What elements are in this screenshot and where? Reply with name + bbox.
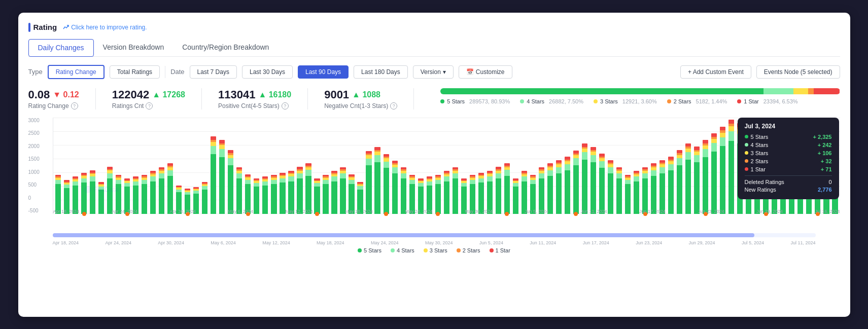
y-label: -500 [28, 208, 51, 213]
tab-version-breakdown[interactable]: Version Breakdown [94, 39, 173, 56]
chart-legend-item: 3 Stars [424, 247, 447, 253]
bar-segment [720, 133, 725, 137]
info-icon-cnt[interactable]: ? [146, 102, 153, 109]
filter-row: Type Rating Change Total Ratings Date La… [28, 65, 840, 79]
scroll-date: May 12, 2024 [262, 240, 290, 245]
x-label: May 24, 2024 [405, 209, 433, 214]
last-180-days-btn[interactable]: Last 180 Days [354, 65, 408, 79]
bar-segment [90, 176, 95, 181]
total-ratings-btn[interactable]: Total Ratings [110, 65, 160, 79]
tooltip-divider [745, 175, 832, 176]
tooltip-deleted: Deleted Ratings 0 [745, 179, 832, 185]
y-label: 1000 [28, 169, 51, 175]
info-icon-rating[interactable]: ? [71, 102, 78, 109]
x-label: Jun 29, 2024 [756, 209, 783, 214]
bar-segment [254, 183, 259, 187]
add-custom-event-btn[interactable]: + Add Custom Event [680, 65, 751, 79]
bar-segment [478, 178, 484, 183]
metric-value-pos: 113041 ▲ 16180 [218, 88, 291, 101]
right-actions: + Add Custom Event Events Node (5 select… [680, 65, 840, 79]
tooltip-row: 4 Stars+ 242 [745, 142, 832, 148]
tab-daily-changes[interactable]: Daily Changes [28, 39, 94, 57]
star-dot [737, 99, 741, 103]
bar-segment [323, 180, 328, 184]
chart-y-labels: 300025002000150010005000-500 [28, 118, 51, 214]
bar-segment [703, 140, 708, 143]
bar-segment [453, 173, 458, 178]
bar-segment [418, 183, 424, 187]
x-label: Jul 16, 2024 [815, 209, 840, 214]
bar-segment [150, 176, 156, 181]
bar-segment [677, 155, 682, 159]
bar-segment [133, 181, 138, 185]
tooltip-row: 5 Stars+ 2,325 [745, 134, 832, 140]
bar-segment [142, 180, 147, 184]
main-container: Rating Click here to improve rating. Dai… [18, 13, 850, 317]
rating-change-btn[interactable]: Rating Change [48, 65, 105, 79]
tab-country-breakdown[interactable]: Country/Region Breakdown [173, 39, 278, 56]
bar-segment [565, 164, 570, 170]
star-bar-segment-4-Stars [763, 88, 793, 94]
metric-positive-cnt: 113041 ▲ 16180 Positive Cnt(4-5 Stars) ? [218, 88, 308, 109]
bar-segment [591, 155, 596, 162]
bar-segment [728, 120, 734, 124]
chart-scroll-dates: Apr 18, 2024Apr 24, 2024Apr 30, 2024May … [28, 240, 840, 245]
bar-segment [642, 173, 648, 178]
bar-segment [539, 173, 544, 178]
bar-segment [219, 140, 225, 143]
calendar-icon: 📅 [466, 68, 474, 76]
bar-segment [625, 180, 631, 184]
bar-segment [288, 176, 294, 181]
bar-segment [711, 139, 717, 143]
star-breakdown: 5 Stars289573, 80.93%4 Stars26882, 7.50%… [430, 88, 840, 104]
bar-segment [219, 149, 225, 157]
bar-segment [116, 180, 121, 184]
bar-segment [616, 173, 622, 178]
last-90-days-btn[interactable]: Last 90 Days [298, 65, 349, 79]
scroll-date: May 24, 2024 [371, 240, 399, 245]
bar-segment [694, 152, 700, 155]
bar-segment [487, 176, 493, 181]
type-label: Type [28, 68, 43, 76]
y-label: 3000 [28, 118, 51, 123]
bar-segment [159, 173, 164, 178]
improve-rating-link[interactable]: Click here to improve rating. [63, 24, 147, 31]
bar-segment [211, 136, 216, 140]
bar-segment [297, 173, 302, 178]
metric-label-rating: Rating Change ? [28, 102, 79, 109]
x-label: May 12, 2024 [285, 209, 313, 214]
bar-segment [280, 178, 285, 183]
last-7-days-btn[interactable]: Last 7 Days [190, 65, 237, 79]
info-icon-neg[interactable]: ? [390, 102, 397, 109]
events-node-btn[interactable]: Events Node (5 selected) [756, 65, 840, 79]
metric-change-pos: ▲ 16180 [258, 90, 291, 99]
tooltip-row: 3 Stars+ 106 [745, 150, 832, 156]
bar-segment [401, 173, 406, 178]
bar-segment [513, 183, 518, 187]
chart-legend-item: 4 Stars [391, 247, 414, 253]
bar-segment [211, 142, 216, 146]
y-label: 1500 [28, 156, 51, 162]
chart-scroll-track[interactable] [53, 233, 816, 237]
bar-segment [470, 180, 475, 184]
bar-segment [262, 181, 268, 185]
bar-segment [720, 137, 725, 147]
y-label: 2000 [28, 143, 51, 149]
bar-segment [219, 145, 225, 149]
chevron-down-icon: ▾ [443, 68, 446, 76]
bar-segment [582, 149, 587, 152]
bar-segment [728, 131, 734, 141]
last-30-days-btn[interactable]: Last 30 Days [242, 65, 293, 79]
tooltip-new: New Ratings 2,776 [745, 187, 832, 193]
customize-btn[interactable]: 📅Customize [459, 65, 512, 79]
chart-scroll-thumb[interactable] [53, 233, 755, 237]
scroll-date: Jun 5, 2024 [479, 240, 503, 245]
tooltip: Jul 3, 2024 5 Stars+ 2,3254 Stars+ 2423 … [738, 118, 839, 199]
metric-label-neg: Negative Cnt(1-3 Stars) ? [324, 102, 397, 109]
version-dropdown-btn[interactable]: Version▾ [413, 65, 454, 79]
bar-segment [694, 155, 700, 162]
bar-segment [384, 162, 389, 168]
bar-segment [504, 170, 510, 175]
info-icon-pos[interactable]: ? [282, 102, 289, 109]
star-bar-segment-2-Stars [808, 88, 814, 94]
